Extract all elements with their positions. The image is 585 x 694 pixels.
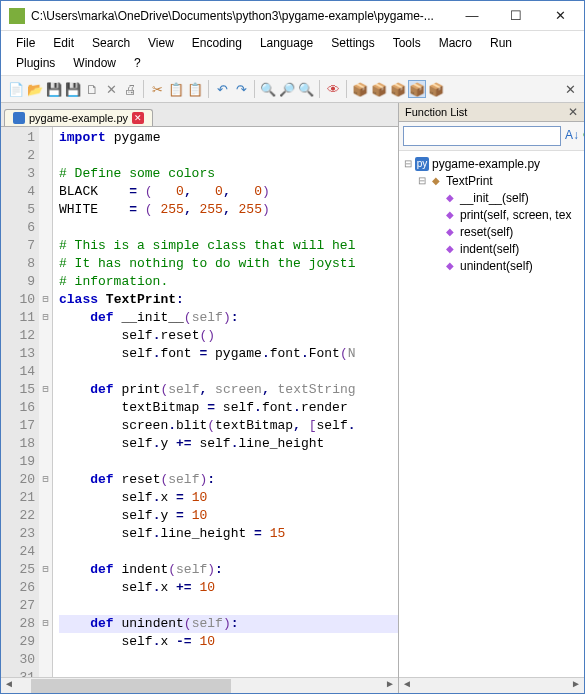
line-gutter: 1234567891011121314151617181920212223242… xyxy=(1,127,39,677)
panel-h-scrollbar[interactable]: ◄► xyxy=(399,677,584,693)
scroll-right-icon[interactable]: ► xyxy=(382,678,398,693)
file-icon xyxy=(13,112,25,124)
function-search-input[interactable] xyxy=(403,126,561,146)
scroll-thumb[interactable] xyxy=(31,679,231,693)
toolbar-overflow-icon[interactable]: ✕ xyxy=(565,82,576,97)
toolbar-button-25[interactable]: 📦 xyxy=(427,80,445,98)
maximize-button[interactable]: ☐ xyxy=(494,2,538,30)
menu-bar: FileEditSearchViewEncodingLanguageSettin… xyxy=(1,31,584,75)
toolbar-button-4[interactable]: 🗋 xyxy=(83,80,101,98)
fold-gutter[interactable]: ⊟⊟⊟⊟⊟⊟ xyxy=(39,127,53,677)
toolbar-button-16[interactable]: 🔎 xyxy=(278,80,296,98)
function-list-panel: Function List ✕ A↓ ⟳ ⊟pypygame-example.p… xyxy=(399,103,584,693)
function-tree[interactable]: ⊟pypygame-example.py⊟◆TextPrint◆__init__… xyxy=(399,151,584,677)
menu-encoding[interactable]: Encoding xyxy=(183,33,251,53)
menu-edit[interactable]: Edit xyxy=(44,33,83,53)
toolbar: 📄📂💾💾🗋✕🖨✂📋📋↶↷🔍🔎🔍👁📦📦📦📦📦✕ xyxy=(1,75,584,103)
app-icon xyxy=(9,8,25,24)
toolbar-button-22[interactable]: 📦 xyxy=(370,80,388,98)
close-button[interactable]: ✕ xyxy=(538,2,582,30)
editor-pane: pygame-example.py ✕ 12345678910111213141… xyxy=(1,103,399,693)
tree-method-1[interactable]: ◆print(self, screen, tex xyxy=(401,206,582,223)
toolbar-button-13[interactable]: ↷ xyxy=(232,80,250,98)
tab-label: pygame-example.py xyxy=(29,112,128,124)
toolbar-button-10[interactable]: 📋 xyxy=(186,80,204,98)
toolbar-button-19[interactable]: 👁 xyxy=(324,80,342,98)
tree-method-3[interactable]: ◆indent(self) xyxy=(401,240,582,257)
menu-settings[interactable]: Settings xyxy=(322,33,383,53)
panel-search-bar: A↓ ⟳ xyxy=(399,122,584,151)
sort-icon[interactable]: A↓ xyxy=(565,126,579,144)
toolbar-button-2[interactable]: 💾 xyxy=(45,80,63,98)
toolbar-button-8[interactable]: ✂ xyxy=(148,80,166,98)
toolbar-button-24[interactable]: 📦 xyxy=(408,80,426,98)
window-title: C:\Users\marka\OneDrive\Documents\python… xyxy=(31,9,450,23)
toolbar-button-1[interactable]: 📂 xyxy=(26,80,44,98)
file-tab[interactable]: pygame-example.py ✕ xyxy=(4,109,153,126)
title-bar: C:\Users\marka\OneDrive\Documents\python… xyxy=(1,1,584,31)
tree-method-0[interactable]: ◆__init__(self) xyxy=(401,189,582,206)
menu-help[interactable]: ? xyxy=(125,53,150,73)
menu-file[interactable]: File xyxy=(7,33,44,53)
menu-plugins[interactable]: Plugins xyxy=(7,53,64,73)
toolbar-button-0[interactable]: 📄 xyxy=(7,80,25,98)
toolbar-button-3[interactable]: 💾 xyxy=(64,80,82,98)
tab-bar: pygame-example.py ✕ xyxy=(1,103,398,127)
code-editor[interactable]: 1234567891011121314151617181920212223242… xyxy=(1,127,398,677)
menu-search[interactable]: Search xyxy=(83,33,139,53)
menu-view[interactable]: View xyxy=(139,33,183,53)
toolbar-button-17[interactable]: 🔍 xyxy=(297,80,315,98)
menu-run[interactable]: Run xyxy=(481,33,521,53)
panel-title: Function List xyxy=(405,106,467,118)
tree-method-4[interactable]: ◆unindent(self) xyxy=(401,257,582,274)
toolbar-button-15[interactable]: 🔍 xyxy=(259,80,277,98)
h-scrollbar[interactable]: ◄ ► xyxy=(1,677,398,693)
toolbar-button-6[interactable]: 🖨 xyxy=(121,80,139,98)
code-text[interactable]: import pygame# Define some colorsBLACK =… xyxy=(53,127,398,677)
tree-file[interactable]: ⊟pypygame-example.py xyxy=(401,155,582,172)
tab-close-icon[interactable]: ✕ xyxy=(132,112,144,124)
menu-window[interactable]: Window xyxy=(64,53,125,73)
menu-macro[interactable]: Macro xyxy=(430,33,481,53)
scroll-left-icon[interactable]: ◄ xyxy=(1,678,17,693)
menu-language[interactable]: Language xyxy=(251,33,322,53)
minimize-button[interactable]: — xyxy=(450,2,494,30)
menu-tools[interactable]: Tools xyxy=(384,33,430,53)
panel-close-icon[interactable]: ✕ xyxy=(568,105,578,119)
toolbar-button-23[interactable]: 📦 xyxy=(389,80,407,98)
toolbar-button-12[interactable]: ↶ xyxy=(213,80,231,98)
tree-class[interactable]: ⊟◆TextPrint xyxy=(401,172,582,189)
panel-title-bar: Function List ✕ xyxy=(399,103,584,122)
toolbar-button-5[interactable]: ✕ xyxy=(102,80,120,98)
tree-method-2[interactable]: ◆reset(self) xyxy=(401,223,582,240)
toolbar-button-9[interactable]: 📋 xyxy=(167,80,185,98)
toolbar-button-21[interactable]: 📦 xyxy=(351,80,369,98)
